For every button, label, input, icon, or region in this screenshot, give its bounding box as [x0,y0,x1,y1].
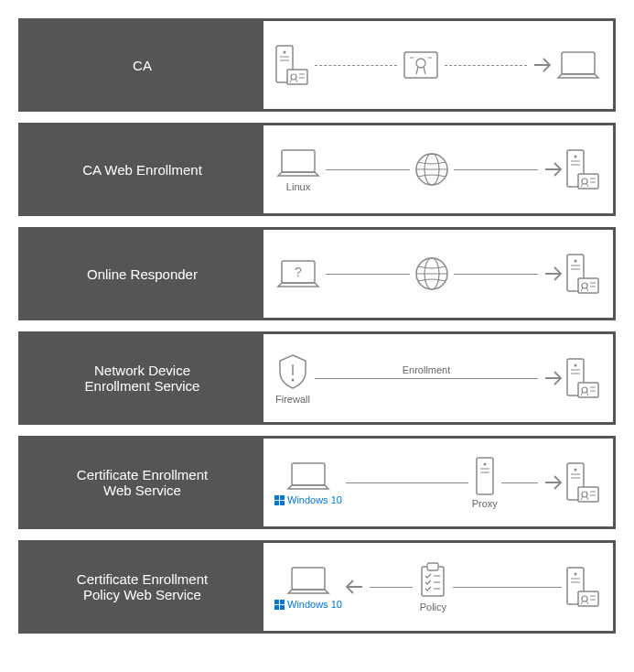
arrow-left-icon [342,575,366,599]
row-content [263,21,613,109]
caption-policy: Policy [420,602,446,612]
proxy-server-icon: Proxy [472,456,498,509]
caption-linux: Linux [286,181,310,192]
connector-solid [453,587,562,588]
row-content: Windows 10 Policy [263,543,613,631]
row-ca-web-enrollment: CA Web Enrollment Linux [18,123,616,216]
server-cert-icon [565,148,602,190]
connector-dashed [315,65,397,66]
connector-enrollment: Enrollment [315,378,538,379]
windows-logo-icon [274,600,285,610]
caption-proxy: Proxy [472,498,498,509]
laptop-icon [554,49,602,81]
row-label: Network Device Enrollment Service [21,334,263,422]
label-text: Online Responder [87,266,198,282]
row-label: Certificate Enrollment Policy Web Servic… [21,543,263,631]
arrow-right-icon [542,262,565,286]
row-content: Firewall Enrollment [263,334,613,422]
caption-windows10: Windows 10 [274,599,342,610]
server-cert-icon [565,253,602,295]
windows-logo-icon [274,495,285,505]
connector-solid [454,274,538,275]
row-content: Linux [263,125,613,213]
row-online-responder: Online Responder [18,227,616,320]
connector-solid [326,169,410,170]
label-text: Network Device Enrollment Service [85,363,200,394]
row-label: Certificate Enrollment Web Service [21,439,263,526]
label-text: Certificate Enrollment Policy Web Servic… [77,571,208,602]
server-cert-icon [565,461,602,504]
connector-solid [346,482,468,483]
caption-windows10: Windows 10 [274,494,342,505]
certificate-icon [401,49,441,81]
server-cert-icon [565,566,602,608]
row-ndes: Network Device Enrollment Service Firewa… [18,331,616,425]
row-label: CA Web Enrollment [21,125,263,213]
laptop-question-icon [274,257,322,290]
row-ca: CA [18,18,616,112]
connector-solid [454,169,538,170]
connector-label: Enrollment [403,364,451,375]
arrow-right-icon [542,157,565,181]
label-text: CA [133,58,152,73]
row-cews: Certificate Enrollment Web Service Windo… [18,436,616,529]
caption-firewall: Firewall [275,394,310,405]
row-content: Windows 10 Proxy [263,439,613,526]
row-label: CA [21,21,263,109]
arrow-right-icon [531,53,554,77]
server-cert-icon [274,44,311,86]
connector-solid [326,274,410,275]
laptop-icon: Windows 10 [274,564,342,610]
label-text: Certificate Enrollment Web Service [77,467,208,498]
connector-dashed [445,65,527,66]
row-label: Online Responder [21,230,263,318]
globe-icon [414,255,450,292]
arrow-right-icon [542,471,565,494]
laptop-icon: Linux [274,146,322,192]
laptop-icon: Windows 10 [274,460,342,505]
connector-solid [501,482,538,483]
policy-clipboard-icon: Policy [416,561,449,612]
row-cepws: Certificate Enrollment Policy Web Servic… [18,540,616,634]
row-content [263,230,613,318]
firewall-shield-icon: Firewall [274,352,311,405]
arrow-right-icon [542,366,565,390]
connector-solid [370,587,413,588]
label-text: CA Web Enrollment [82,162,202,178]
globe-icon [414,151,450,188]
server-cert-icon [565,357,602,399]
